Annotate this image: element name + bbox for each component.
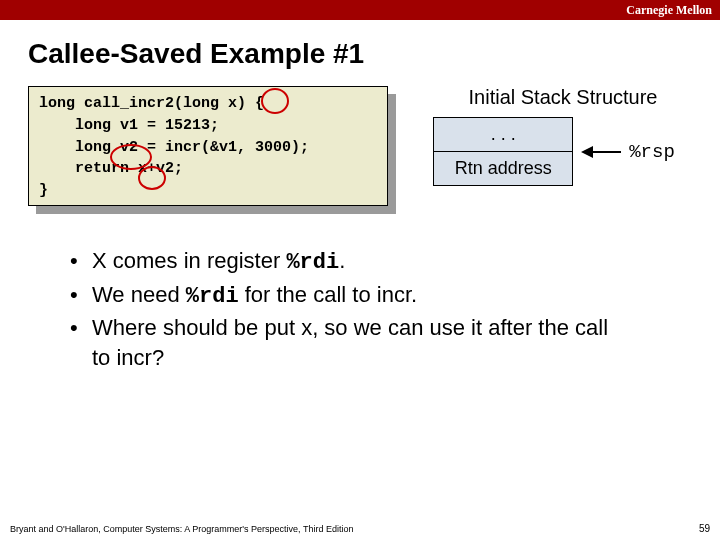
page-number: 59 [699, 523, 710, 534]
rsp-label: %rsp [629, 141, 675, 163]
code-line-2: long v1 = 15213; [39, 117, 219, 134]
bullet-1-text-a: X comes in register [92, 248, 286, 273]
bullet-1-text-c: . [339, 248, 345, 273]
stack-column: Initial Stack Structure . . . Rtn addres… [396, 86, 692, 186]
stack-cell-rtn: Rtn address [434, 151, 572, 185]
code-line-3: long v2 = incr(&v1, 3000); [39, 139, 309, 156]
code-line-5: } [39, 182, 48, 199]
code-block: long call_incr2(long x) { long v1 = 1521… [28, 86, 388, 206]
content-row: long call_incr2(long x) { long v1 = 1521… [0, 86, 720, 214]
stack-box: . . . Rtn address [433, 117, 573, 186]
bullet-2-text-a: We need [92, 282, 186, 307]
bullet-1-code: %rdi [286, 250, 339, 275]
brand-bar: Carnegie Mellon [0, 0, 720, 20]
svg-marker-1 [581, 146, 593, 158]
footer-text: Bryant and O'Hallaron, Computer Systems:… [10, 524, 353, 534]
bullet-2-code: %rdi [186, 284, 239, 309]
bullet-2-text-c: for the call to incr. [239, 282, 418, 307]
bullet-2: We need %rdi for the call to incr. [70, 280, 630, 312]
bullet-1: X comes in register %rdi. [70, 246, 630, 278]
highlight-circle-x-return [138, 166, 166, 190]
bullet-3: Where should be put x, so we can use it … [70, 313, 630, 372]
arrow-left-icon [581, 143, 621, 161]
brand-text: Carnegie Mellon [626, 3, 712, 17]
highlight-circle-x-param [261, 88, 289, 114]
slide-title: Callee-Saved Example #1 [28, 38, 720, 70]
bullet-list: X comes in register %rdi. We need %rdi f… [70, 246, 630, 373]
code-line-1: long call_incr2(long x) { [39, 95, 264, 112]
stack-row: . . . Rtn address %rsp [416, 117, 692, 186]
stack-heading: Initial Stack Structure [416, 86, 692, 109]
code-block-wrap: long call_incr2(long x) { long v1 = 1521… [28, 86, 396, 214]
stack-cell-dots: . . . [434, 118, 572, 151]
